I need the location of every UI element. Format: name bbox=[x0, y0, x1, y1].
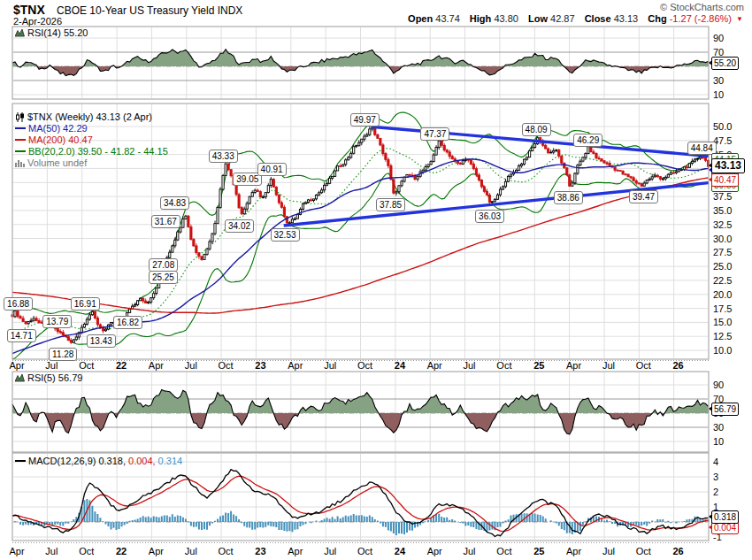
stockcharts-chart: AprAprJulJulOctOct2222AprAprJulJulOctOct… bbox=[0, 0, 752, 560]
svg-text:Jul: Jul bbox=[185, 360, 197, 371]
svg-text:10: 10 bbox=[713, 89, 724, 100]
ma200-legend-label: MA(200) 40.47 bbox=[28, 134, 93, 145]
macd-line-icon bbox=[15, 460, 26, 462]
svg-text:Oct: Oct bbox=[496, 546, 511, 556]
rsi5-axis-marker: 56.79 bbox=[711, 403, 739, 416]
price-annotation: 14.71 bbox=[7, 329, 36, 342]
rsi5-legend: RSI(5) 56.79 bbox=[15, 372, 82, 383]
rsi14-axis-marker: 55.20 bbox=[711, 57, 739, 70]
price-annotation: 11.28 bbox=[49, 348, 77, 361]
price-annotation: 37.85 bbox=[376, 198, 405, 211]
bb-legend-label: BB(20,2.0) 39.50 - 41.82 - 44.15 bbox=[28, 146, 168, 157]
low-value: 42.87 bbox=[550, 13, 575, 24]
svg-text:90: 90 bbox=[713, 380, 724, 390]
macd-signal-value: 0.004, bbox=[128, 456, 156, 466]
macd-hist-value: 0.314 bbox=[158, 456, 183, 466]
svg-text:26: 26 bbox=[672, 546, 683, 556]
low-label: Low bbox=[528, 13, 548, 24]
svg-text:20.0: 20.0 bbox=[713, 289, 732, 300]
price-annotation: 40.91 bbox=[257, 163, 287, 176]
price-annotation: 25.25 bbox=[149, 271, 178, 284]
svg-text:3: 3 bbox=[713, 472, 718, 482]
svg-text:Oct: Oct bbox=[636, 360, 651, 371]
svg-text:Apr: Apr bbox=[288, 360, 303, 371]
svg-text:Apr: Apr bbox=[149, 360, 164, 371]
ma200-line-icon bbox=[15, 139, 26, 141]
svg-text:Apr: Apr bbox=[288, 546, 303, 556]
macd-value: 0.318, bbox=[98, 456, 126, 466]
svg-text:26: 26 bbox=[672, 360, 683, 371]
price-axis-marker: 43.13 bbox=[711, 158, 745, 173]
volume-bars-icon bbox=[15, 158, 25, 167]
down-triangle-icon: ▼ bbox=[736, 15, 743, 23]
svg-text:12.5: 12.5 bbox=[713, 331, 732, 341]
macd-axis-marker: 0.318 bbox=[711, 510, 739, 524]
svg-text:50.0: 50.0 bbox=[713, 121, 732, 132]
candlestick-chart-icon bbox=[15, 112, 25, 122]
price-annotation: 38.86 bbox=[554, 191, 583, 204]
price-legend-label: $TNX (Weekly) 43.13 (2 Apr) bbox=[27, 111, 152, 122]
svg-text:Apr: Apr bbox=[149, 546, 164, 556]
price-annotation: 49.97 bbox=[350, 113, 380, 127]
svg-text:25: 25 bbox=[533, 546, 544, 556]
svg-text:Oct: Oct bbox=[357, 546, 372, 556]
price-annotation: 13.43 bbox=[87, 334, 116, 348]
price-annotation: 43.33 bbox=[209, 150, 238, 163]
open-label: Open bbox=[408, 13, 433, 24]
price-annotation: 27.08 bbox=[149, 258, 178, 272]
svg-text:22: 22 bbox=[116, 360, 127, 371]
price-annotation: 34.83 bbox=[160, 196, 189, 210]
svg-text:22: 22 bbox=[116, 546, 127, 556]
svg-text:Apr: Apr bbox=[427, 546, 442, 556]
svg-text:17.5: 17.5 bbox=[713, 303, 732, 314]
chg-value: -1.27 (-2.86%) bbox=[670, 13, 732, 24]
svg-text:Jul: Jul bbox=[45, 360, 58, 371]
svg-text:23: 23 bbox=[255, 546, 265, 556]
svg-text:22.5: 22.5 bbox=[713, 275, 732, 286]
svg-text:Jul: Jul bbox=[45, 546, 58, 556]
chg-label: Chg bbox=[648, 13, 666, 24]
price-annotation: 16.82 bbox=[113, 316, 142, 329]
price-annotation: 13.79 bbox=[42, 315, 72, 328]
svg-text:30: 30 bbox=[713, 75, 724, 86]
rsi5-legend-label: RSI(5) 56.79 bbox=[27, 372, 82, 383]
high-label: High bbox=[470, 13, 491, 24]
rsi14-legend: RSI(14) 55.20 bbox=[15, 27, 88, 38]
svg-text:37.5: 37.5 bbox=[713, 191, 732, 202]
svg-text:23: 23 bbox=[255, 360, 265, 371]
svg-text:2: 2 bbox=[713, 487, 718, 497]
ma50-legend-label: MA(50) 42.29 bbox=[28, 123, 88, 134]
price-annotation: 32.53 bbox=[271, 228, 300, 242]
svg-text:Oct: Oct bbox=[219, 360, 234, 371]
svg-text:Jul: Jul bbox=[463, 546, 475, 556]
svg-text:Jul: Jul bbox=[463, 360, 475, 371]
close-value: 43.13 bbox=[614, 13, 639, 24]
stockcharts-credit: © StockCharts.com bbox=[660, 2, 744, 12]
price-annotation: 46.29 bbox=[573, 134, 602, 147]
svg-text:25.0: 25.0 bbox=[713, 261, 732, 272]
svg-text:Apr: Apr bbox=[427, 360, 442, 371]
svg-text:30: 30 bbox=[713, 422, 724, 433]
svg-text:30.0: 30.0 bbox=[713, 234, 732, 244]
bb-line-icon bbox=[15, 150, 26, 152]
svg-text:Apr: Apr bbox=[9, 546, 24, 556]
price-legend-symbol: $TNX (Weekly) 43.13 (2 Apr) bbox=[15, 111, 152, 122]
svg-text:Apr: Apr bbox=[9, 360, 24, 371]
svg-text:24: 24 bbox=[395, 546, 406, 556]
macd-legend-label: MACD(12,26,9) bbox=[28, 456, 96, 466]
volume-legend: Volume undef bbox=[15, 157, 87, 168]
svg-text:Oct: Oct bbox=[219, 546, 234, 556]
svg-text:Oct: Oct bbox=[496, 360, 511, 371]
ohlc-readout: Open 43.74 High 43.80 Low 42.87 Close 43… bbox=[401, 13, 743, 24]
svg-text:25: 25 bbox=[533, 360, 544, 371]
svg-text:10.0: 10.0 bbox=[713, 345, 732, 356]
svg-text:Oct: Oct bbox=[79, 360, 94, 371]
svg-text:24: 24 bbox=[395, 360, 406, 371]
price-annotation: 39.47 bbox=[629, 190, 658, 203]
svg-text:4: 4 bbox=[713, 456, 718, 467]
ma50-line-icon bbox=[15, 127, 26, 129]
svg-text:Jul: Jul bbox=[185, 546, 197, 556]
svg-text:35.0: 35.0 bbox=[713, 205, 732, 216]
area-chart-icon bbox=[15, 373, 25, 382]
ma200-legend: MA(200) 40.47 bbox=[15, 134, 93, 145]
